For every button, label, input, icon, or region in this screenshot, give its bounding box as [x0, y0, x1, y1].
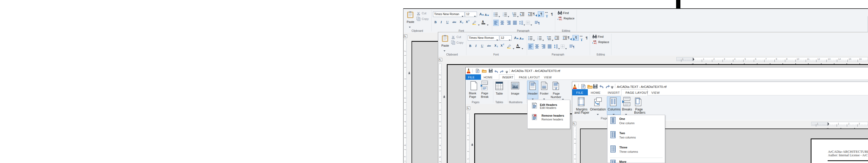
- svg-text:2: 2: [537, 38, 538, 39]
- svg-text:¶: ¶: [573, 45, 575, 49]
- svg-text:1: 1: [537, 36, 538, 37]
- svg-text:AC: AC: [559, 18, 562, 21]
- svg-text:#: #: [555, 87, 557, 90]
- svg-text:2: 2: [503, 14, 503, 16]
- svg-text:3: 3: [537, 39, 538, 40]
- svg-text:1: 1: [503, 12, 503, 14]
- svg-text:AC: AC: [594, 42, 597, 44]
- svg-text:¶: ¶: [538, 22, 540, 25]
- svg-text:3: 3: [503, 16, 503, 17]
